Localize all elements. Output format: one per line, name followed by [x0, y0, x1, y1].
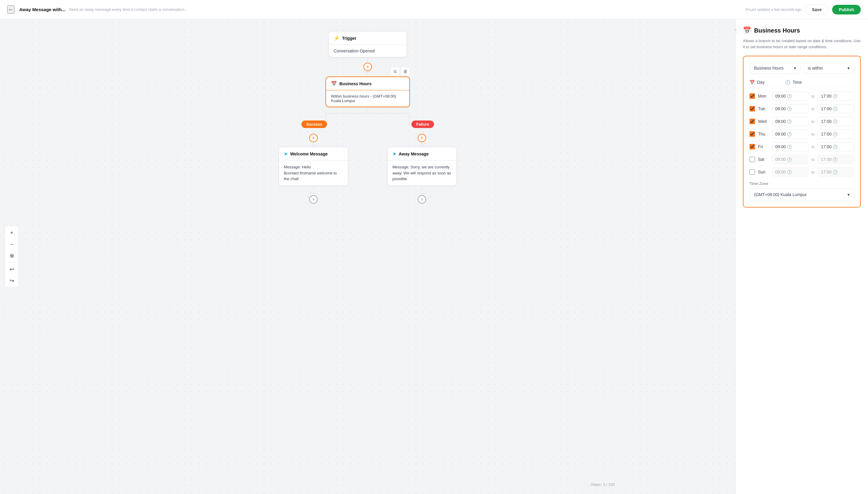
line-2	[367, 71, 368, 77]
fit-button[interactable]: ⊕	[6, 250, 17, 261]
back-button[interactable]: ←	[7, 5, 15, 14]
start-time-value: 09:00	[775, 106, 786, 111]
end-time-value: 17:00	[821, 170, 832, 174]
end-clock-icon: 🕐	[833, 94, 837, 98]
flow-container: ⚡ Trigger Conversation Opened + ⧉ 🗑	[277, 31, 458, 204]
schedule-row: Sat 09:00 🕐 to 17:00 🕐	[750, 155, 854, 164]
time-to-label: to	[811, 132, 815, 136]
add-success[interactable]: +	[309, 134, 318, 142]
add-end-failure[interactable]: +	[418, 195, 426, 204]
start-time-value: 09:00	[775, 132, 786, 136]
away-body: Message: Sorry, we are currently away. W…	[388, 160, 456, 186]
panel-card: Business Hours ▾ is within ▾ 📅 Day 🕐 Tim…	[743, 56, 861, 208]
end-time-value: 17:00	[821, 157, 832, 162]
day-checkbox-tue[interactable]	[750, 106, 755, 111]
failure-branch: + ➤ Away Message Message: Sorry, we are …	[387, 134, 457, 204]
app-header: ← Away Message with... Send an away mess…	[0, 0, 868, 19]
zoom-in-button[interactable]: +	[6, 227, 17, 238]
condition-label: Business Hours	[754, 66, 783, 71]
away-label: Away Message	[399, 152, 429, 156]
day-time-header: 📅 Day 🕐 Time	[750, 80, 854, 87]
time-to-label: to	[811, 145, 815, 149]
start-clock-icon: 🕐	[787, 94, 792, 98]
condition-chevron: ▾	[794, 66, 796, 71]
day-checkbox-sat[interactable]	[750, 157, 755, 162]
flow-canvas[interactable]: + − ⊕ ↩ ↪ ⚡ Trigger Conversation Opened …	[0, 19, 735, 494]
undo-button[interactable]: ↩	[6, 264, 17, 275]
day-checkbox-fri[interactable]	[750, 144, 755, 149]
selects-row: Business Hours ▾ is within ▾	[750, 62, 854, 74]
last-updated-label: Last updated a few seconds ago	[749, 7, 801, 12]
schedule-row: Thu 09:00 🕐 to 17:00 🕐	[750, 130, 854, 138]
edit-icon[interactable]: ✏	[745, 7, 749, 12]
condition-type-select[interactable]: Business Hours ▾	[750, 62, 800, 74]
end-time-tue[interactable]: 17:00 🕐	[818, 104, 854, 113]
add-after-away: - - -	[419, 191, 425, 195]
welcome-header: ➤ Welcome Message	[279, 147, 348, 160]
end-time-wed[interactable]: 17:00 🕐	[818, 117, 854, 126]
time-to-label: to	[811, 107, 815, 111]
welcome-node[interactable]: ➤ Welcome Message Message: Hello $contac…	[279, 147, 348, 186]
start-time-tue[interactable]: 09:00 🕐	[772, 104, 808, 113]
start-time-wed[interactable]: 09:00 🕐	[772, 117, 808, 126]
end-time-thu[interactable]: 17:00 🕐	[818, 130, 854, 138]
end-clock-icon: 🕐	[833, 170, 837, 174]
timezone-select[interactable]: (GMT+08:00) Kuala Lumpur ▾	[750, 188, 854, 201]
delete-node-button[interactable]: 🗑	[401, 67, 410, 76]
add-failure[interactable]: +	[418, 134, 426, 142]
time-to-label: to	[811, 119, 815, 124]
day-label-tue: Tue	[758, 106, 769, 111]
day-checkbox-wed[interactable]	[750, 119, 755, 124]
condition-operator: is within	[808, 66, 823, 71]
start-time-sun: 09:00 🕐	[772, 168, 808, 176]
start-clock-icon: 🕐	[787, 119, 792, 124]
day-label-thu: Thu	[758, 132, 769, 136]
connector-1: +	[364, 57, 372, 77]
add-after-welcome: - - -	[310, 191, 316, 195]
trigger-node[interactable]: ⚡ Trigger Conversation Opened	[329, 31, 407, 57]
end-clock-icon: 🕐	[833, 145, 837, 149]
add-end-success[interactable]: +	[309, 195, 318, 204]
start-time-thu[interactable]: 09:00 🕐	[772, 130, 808, 138]
schedule-row: Sun 09:00 🕐 to 17:00 🕐	[750, 168, 854, 176]
away-node[interactable]: ➤ Away Message Message: Sorry, we are cu…	[387, 147, 457, 186]
copy-node-button[interactable]: ⧉	[391, 67, 400, 76]
day-label-fri: Fri	[758, 144, 769, 149]
publish-button[interactable]: Publish	[832, 5, 861, 15]
schedule-rows: Mon 09:00 🕐 to 17:00 🕐 Tue 09:00 🕐 to 17…	[750, 92, 854, 176]
end-time-fri[interactable]: 17:00 🕐	[818, 142, 854, 151]
end-clock-icon: 🕐	[833, 107, 837, 111]
end-clock-icon: 🕐	[833, 119, 837, 124]
success-badge: Success	[301, 120, 327, 128]
add-after-trigger[interactable]: +	[364, 63, 372, 71]
start-time-mon[interactable]: 09:00 🕐	[772, 92, 808, 101]
time-header-label: Time	[793, 80, 802, 84]
panel-toggle-button[interactable]: ›	[735, 25, 740, 34]
zoom-out-button[interactable]: −	[6, 239, 17, 250]
start-time-fri[interactable]: 09:00 🕐	[772, 142, 808, 151]
save-button[interactable]: Save	[805, 4, 829, 15]
biz-hours-node[interactable]: 📅 Business Hours Within business hours -…	[326, 77, 410, 107]
start-time-value: 09:00	[775, 94, 786, 98]
start-time-value: 09:00	[775, 170, 786, 174]
redo-button[interactable]: ↪	[6, 275, 17, 286]
start-time-value: 09:00	[775, 157, 786, 162]
day-checkbox-thu[interactable]	[750, 131, 755, 137]
day-checkbox-mon[interactable]	[750, 93, 755, 99]
success-branch: + ➤ Welcome Message Message: Hello $cont…	[279, 134, 348, 204]
schedule-row: Fri 09:00 🕐 to 17:00 🕐	[750, 142, 854, 151]
timezone-chevron: ▾	[848, 192, 850, 197]
steps-counter: Steps: 3 / 100	[591, 482, 615, 487]
day-label-mon: Mon	[758, 94, 769, 98]
start-clock-icon: 🕐	[787, 157, 792, 162]
condition-operator-select[interactable]: is within ▾	[804, 62, 854, 74]
start-clock-icon: 🕐	[787, 170, 792, 174]
start-time-value: 09:00	[775, 144, 786, 149]
day-checkbox-sun[interactable]	[750, 169, 755, 175]
end-time-mon[interactable]: 17:00 🕐	[818, 92, 854, 101]
timezone-value: (GMT+08:00) Kuala Lumpur	[754, 192, 807, 197]
end-time-value: 17:00	[821, 119, 832, 124]
page-description: Send an away message every time a contac…	[69, 7, 743, 12]
header-actions: Last updated a few seconds ago Save Publ…	[749, 4, 861, 15]
day-label-sun: Sun	[758, 170, 769, 174]
